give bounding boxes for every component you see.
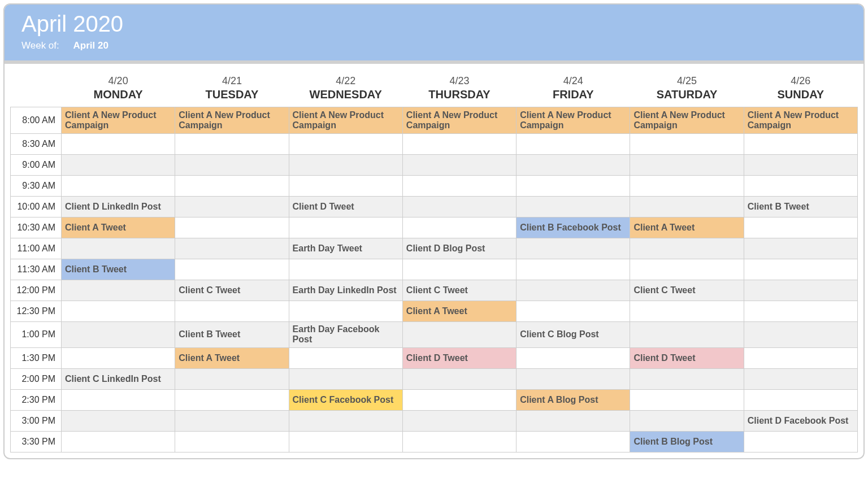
- calendar-cell[interactable]: [630, 238, 744, 259]
- calendar-cell[interactable]: [62, 280, 175, 301]
- event[interactable]: Client D Tweet: [403, 351, 516, 366]
- calendar-cell[interactable]: [402, 259, 516, 280]
- event[interactable]: Client A Tweet: [175, 351, 288, 366]
- calendar-cell[interactable]: [175, 301, 289, 322]
- calendar-cell[interactable]: [62, 301, 175, 322]
- calendar-cell[interactable]: Client D Tweet: [289, 197, 402, 217]
- calendar-cell[interactable]: Client C Blog Post: [517, 322, 630, 348]
- calendar-cell[interactable]: [175, 238, 289, 259]
- calendar-cell[interactable]: [517, 134, 630, 155]
- event[interactable]: Client D Blog Post: [403, 241, 516, 256]
- calendar-cell[interactable]: [744, 301, 857, 322]
- calendar-cell[interactable]: [517, 368, 630, 389]
- calendar-cell[interactable]: Client A New Product Campaign: [62, 107, 175, 134]
- calendar-cell[interactable]: [402, 176, 516, 197]
- calendar-cell[interactable]: Client D Tweet: [630, 347, 744, 368]
- calendar-cell[interactable]: [517, 155, 630, 176]
- calendar-cell[interactable]: [402, 368, 516, 389]
- calendar-cell[interactable]: [62, 134, 175, 155]
- event[interactable]: Client A Tweet: [403, 304, 516, 319]
- calendar-cell[interactable]: [175, 217, 289, 238]
- calendar-cell[interactable]: [744, 238, 857, 259]
- calendar-cell[interactable]: [62, 322, 175, 348]
- calendar-cell[interactable]: Client A New Product Campaign: [744, 107, 857, 134]
- event[interactable]: Client C LinkedIn Post: [62, 372, 175, 386]
- calendar-cell[interactable]: [630, 155, 744, 176]
- calendar-cell[interactable]: [175, 197, 289, 217]
- event[interactable]: Client B Facebook Post: [517, 220, 630, 235]
- calendar-cell[interactable]: [402, 197, 516, 217]
- calendar-cell[interactable]: Client B Tweet: [744, 197, 857, 217]
- event[interactable]: Client C Blog Post: [517, 327, 630, 342]
- calendar-cell[interactable]: [289, 155, 402, 176]
- calendar-cell[interactable]: Client A New Product Campaign: [175, 107, 289, 134]
- calendar-cell[interactable]: [744, 368, 857, 389]
- event[interactable]: Earth Day Tweet: [289, 241, 402, 256]
- event[interactable]: Client A New Product Campaign: [289, 108, 402, 133]
- calendar-cell[interactable]: Client D Blog Post: [402, 238, 516, 259]
- event[interactable]: Client A New Product Campaign: [175, 108, 288, 133]
- calendar-cell[interactable]: [630, 301, 744, 322]
- event[interactable]: Client D Tweet: [630, 351, 743, 366]
- calendar-cell[interactable]: [289, 368, 402, 389]
- calendar-cell[interactable]: Client A New Product Campaign: [402, 107, 516, 134]
- calendar-cell[interactable]: [630, 322, 744, 348]
- calendar-cell[interactable]: [175, 176, 289, 197]
- calendar-cell[interactable]: Client B Facebook Post: [517, 217, 630, 238]
- event[interactable]: Client A New Product Campaign: [403, 108, 516, 133]
- calendar-cell[interactable]: [402, 217, 516, 238]
- calendar-cell[interactable]: [517, 280, 630, 301]
- calendar-cell[interactable]: Client A New Product Campaign: [289, 107, 402, 134]
- calendar-cell[interactable]: [517, 431, 630, 452]
- event[interactable]: Client B Tweet: [62, 262, 175, 277]
- calendar-cell[interactable]: [289, 431, 402, 452]
- calendar-cell[interactable]: Client B Blog Post: [630, 431, 744, 452]
- calendar-cell[interactable]: [744, 134, 857, 155]
- calendar-cell[interactable]: [630, 259, 744, 280]
- calendar-cell[interactable]: [744, 259, 857, 280]
- calendar-cell[interactable]: [175, 134, 289, 155]
- calendar-cell[interactable]: Client D LinkedIn Post: [62, 197, 175, 217]
- calendar-cell[interactable]: [402, 389, 516, 410]
- calendar-cell[interactable]: [517, 259, 630, 280]
- calendar-cell[interactable]: Earth Day Tweet: [289, 238, 402, 259]
- event[interactable]: Client A Tweet: [630, 220, 743, 235]
- calendar-cell[interactable]: [744, 280, 857, 301]
- calendar-cell[interactable]: [517, 301, 630, 322]
- calendar-cell[interactable]: [517, 347, 630, 368]
- calendar-cell[interactable]: [62, 238, 175, 259]
- event[interactable]: Earth Day LinkedIn Post: [289, 283, 402, 298]
- calendar-cell[interactable]: [744, 347, 857, 368]
- calendar-cell[interactable]: [744, 389, 857, 410]
- calendar-cell[interactable]: [517, 410, 630, 431]
- calendar-cell[interactable]: [402, 155, 516, 176]
- calendar-cell[interactable]: [744, 217, 857, 238]
- event[interactable]: Client C Facebook Post: [289, 393, 402, 407]
- calendar-cell[interactable]: [402, 322, 516, 348]
- event[interactable]: Client B Tweet: [744, 199, 857, 214]
- event[interactable]: Client D Tweet: [289, 199, 402, 214]
- calendar-cell[interactable]: Earth Day LinkedIn Post: [289, 280, 402, 301]
- calendar-cell[interactable]: Client C Tweet: [175, 280, 289, 301]
- calendar-cell[interactable]: [289, 410, 402, 431]
- event[interactable]: Client A New Product Campaign: [744, 108, 857, 133]
- calendar-cell[interactable]: [289, 134, 402, 155]
- calendar-cell[interactable]: [744, 155, 857, 176]
- calendar-cell[interactable]: [62, 431, 175, 452]
- calendar-cell[interactable]: [744, 176, 857, 197]
- event[interactable]: Client C Tweet: [403, 283, 516, 298]
- calendar-cell[interactable]: [630, 389, 744, 410]
- calendar-cell[interactable]: [289, 259, 402, 280]
- calendar-cell[interactable]: [289, 301, 402, 322]
- calendar-cell[interactable]: Client A New Product Campaign: [517, 107, 630, 134]
- calendar-cell[interactable]: [630, 368, 744, 389]
- calendar-cell[interactable]: [62, 176, 175, 197]
- calendar-cell[interactable]: [175, 368, 289, 389]
- calendar-cell[interactable]: [744, 431, 857, 452]
- calendar-cell[interactable]: [175, 259, 289, 280]
- calendar-cell[interactable]: [289, 176, 402, 197]
- calendar-cell[interactable]: Client D Facebook Post: [744, 410, 857, 431]
- calendar-cell[interactable]: [744, 322, 857, 348]
- calendar-cell[interactable]: Client B Tweet: [175, 322, 289, 348]
- event[interactable]: Client B Tweet: [175, 327, 288, 342]
